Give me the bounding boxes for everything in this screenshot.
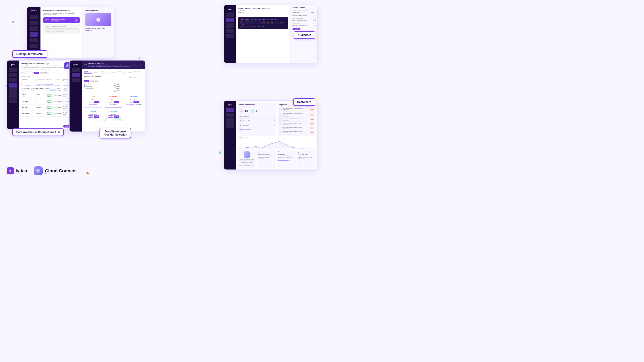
provider-gcloud[interactable]: Google Cloud Google Cloud Export Import … <box>124 93 143 106</box>
gcloud-doc-link[interactable]: Documentation ✓ Connected <box>126 104 141 105</box>
aws-export-btn[interactable]: Export <box>88 101 93 103</box>
connections-toolbar: 🔍 Search... Filters Clear Filters <box>22 71 70 74</box>
provider-aws[interactable]: AWS Amazon Web Services Export Import Do… <box>84 93 103 106</box>
dest-row-hubspot: H HubSpot 1 <box>239 123 275 128</box>
invite-link[interactable]: Invite users → <box>298 158 314 160</box>
conn-row-5[interactable]: RqlQueryCC RqlQueryCC Google BigQuery Aa… <box>22 111 70 117</box>
recently-viewed-row: ⬡ As you explore, we'll leave an icon fo… <box>238 150 316 168</box>
step-choose-auth: CHOOSE AUTHORIZATION <box>117 71 126 74</box>
databricks-export-btn[interactable]: Export <box>108 101 113 103</box>
step-choose-provider: CHOOSE PROVIDER ● <box>84 71 92 74</box>
dash-nav-2 <box>226 113 234 118</box>
provider-azure[interactable]: ⬡ Azure Microsoft Azure Export Import Do… <box>84 107 103 121</box>
help-label-text: Help <box>66 126 69 127</box>
provider-databricks[interactable]: ◆ Databricks Databricks Export Import Do… <box>104 93 123 106</box>
step-1-plus[interactable]: + <box>75 18 78 22</box>
audiences-synced-count: 6 <box>256 109 258 113</box>
lytics-logo-group: lytics <box>7 167 27 175</box>
gcloud-export-btn[interactable]: Export <box>128 101 134 103</box>
step-1-number: Step 1 <box>46 18 50 22</box>
general-label: General <box>84 83 113 85</box>
aws-doc-link[interactable]: Documentation <box>90 104 97 105</box>
row4-owner: Aaron Vaughn <box>54 107 62 108</box>
import-checkbox[interactable] <box>114 90 116 92</box>
schema-col-fields: FIELDS + <box>310 12 316 13</box>
invite-team-card: 👥 Invite your team Invite co workers and… <box>296 150 316 168</box>
ingest-filter: Ingest <box>114 85 144 87</box>
snowflake-export-btn[interactable]: Export <box>108 115 113 118</box>
audience-header-row: Cloud Connect - Bike Purchase 2020 Trans… <box>238 7 288 11</box>
aud-connection-title: Cloud Connect - Bike Purchase 2020 <box>238 7 270 9</box>
video-thumbnail[interactable]: ▶ <box>86 13 111 26</box>
schema-row-3: user_2_top_known_users 100 <box>292 19 316 22</box>
filters-button-providers[interactable]: Filters <box>84 80 89 82</box>
recently-viewed-icon: ⬡ <box>244 151 250 158</box>
step-2-number: Step 2 <box>46 25 50 27</box>
col-provider: PROVIDER ▲ <box>46 78 54 81</box>
databricks-import-btn[interactable]: Import <box>114 101 119 103</box>
conn-row-3[interactable]: LyticsDemo ly2 Google BigQuery Aaron Vau… <box>22 98 70 105</box>
clear-filters-button[interactable]: Clear Filters <box>40 72 49 74</box>
connected-checkbox[interactable] <box>84 85 86 87</box>
providers-search[interactable]: 🔍 Search... <box>128 76 143 79</box>
diag-row-4: Destination work failed due to an issue1… <box>279 122 314 126</box>
query-code: SELECT email, purchase_date_time, produc… <box>240 18 287 28</box>
conn-row-2[interactable]: GBites GBites GBites GBites Google BigQu… <box>22 92 70 98</box>
provider-snowflake[interactable]: ❄ Snowflake Snowflake Export Import Docu… <box>104 107 123 121</box>
export-label: Export <box>116 88 120 89</box>
row2-provider: Google BigQuery <box>46 93 54 97</box>
conn-row-4[interactable]: RQL_test2 RqlQuery2 Google BigQuery Aaro… <box>22 105 70 111</box>
snowflake-import-btn[interactable]: Import <box>114 115 119 118</box>
aud-nav-4 <box>226 28 234 33</box>
help-button[interactable]: ? Help <box>292 28 300 30</box>
schema-row-5-value: 4 <box>315 25 316 26</box>
col-owner: OWNER ▲ <box>54 78 62 81</box>
step-2-bar[interactable]: Step 2 Create an audience <box>43 24 80 28</box>
gcloud-import-btn[interactable]: Import <box>134 101 139 103</box>
sqlery-tab[interactable]: SQLery <box>238 14 246 16</box>
connections-search-box[interactable]: 🔍 Search... <box>22 71 33 74</box>
exit-link[interactable]: Exit <box>84 64 87 65</box>
community-card: 💬 Community Learn more about Cloud Conne… <box>276 150 296 168</box>
connections-desc: Below you'll find a list of existing rem… <box>22 65 70 70</box>
explore-title: Explore use cases <box>258 154 274 155</box>
sidebar-nav-item-3 <box>30 26 38 31</box>
ingest-checkbox[interactable] <box>114 85 116 87</box>
test-tab[interactable]: Test <box>247 14 252 16</box>
azure-import-btn[interactable]: Import <box>94 115 98 118</box>
explore-text: Discover ways to use Lytics to improve y… <box>258 155 274 158</box>
explore-link[interactable]: Learn more → <box>258 158 274 160</box>
databricks-doc-link[interactable]: Documentation <box>110 104 118 105</box>
schema-row-5: user_atlas_users_with_any... 4 <box>292 24 316 27</box>
aud-sidebar: lytics <box>224 5 236 63</box>
export-checkbox[interactable] <box>114 88 116 89</box>
query-code-block: SELECT email, purchase_date_time, produc… <box>238 17 288 29</box>
schema-row-1-name: accounts_industry_stages <box>292 15 307 16</box>
play-button-icon[interactable]: ▶ <box>96 18 100 22</box>
provider-header-subtitle: Connect to our built-in providers. Don't… <box>88 64 143 67</box>
conn-row-1[interactable]: SF_PRODUCT_TEAM_DB SF_PRODUCT_TEAM_DB SF… <box>22 86 70 92</box>
destinations-title: Destinations Overview <box>239 104 275 105</box>
step-3-bar[interactable]: Step 3 Sync a destination <box>43 29 80 34</box>
row3-created: Oct 7, 2021 <box>63 101 70 102</box>
gdrive-logo: G <box>239 119 242 122</box>
not-connected-checkbox[interactable] <box>84 88 86 89</box>
clear-filters-button-providers[interactable]: Clear Filters <box>90 80 99 82</box>
sidebar-logo: lytics <box>31 9 37 12</box>
aws-import-btn[interactable]: Import <box>94 101 98 103</box>
schema-row-4-value: 4 <box>315 22 316 24</box>
snowflake-doc-link[interactable]: Documentation ✓ Connected <box>106 118 121 120</box>
view-all-destinations-link[interactable]: View all Destinations ... <box>239 129 275 130</box>
azure-doc-link[interactable]: Documentation <box>90 118 97 120</box>
azure-export-btn[interactable]: Export <box>88 115 93 118</box>
step-1-bar[interactable]: Step 1 Setup a warehouse connection + <box>43 17 80 23</box>
audiences-synced-icon: ⏰ <box>250 109 255 113</box>
filters-button[interactable]: Filters <box>34 72 39 74</box>
invite-text: Invite co workers and collaborators to C… <box>298 155 314 158</box>
row2-label: GBites GBites <box>22 94 35 97</box>
community-link[interactable]: Join the conversation → <box>278 160 294 161</box>
schema-row-1-value: ... <box>314 15 316 16</box>
new-connection-button[interactable]: + Create New Connection <box>22 83 70 86</box>
aud-description: Transaction <box>238 10 270 11</box>
info-cards-row: 🔭 Explore use cases Discover ways to use… <box>257 150 316 168</box>
